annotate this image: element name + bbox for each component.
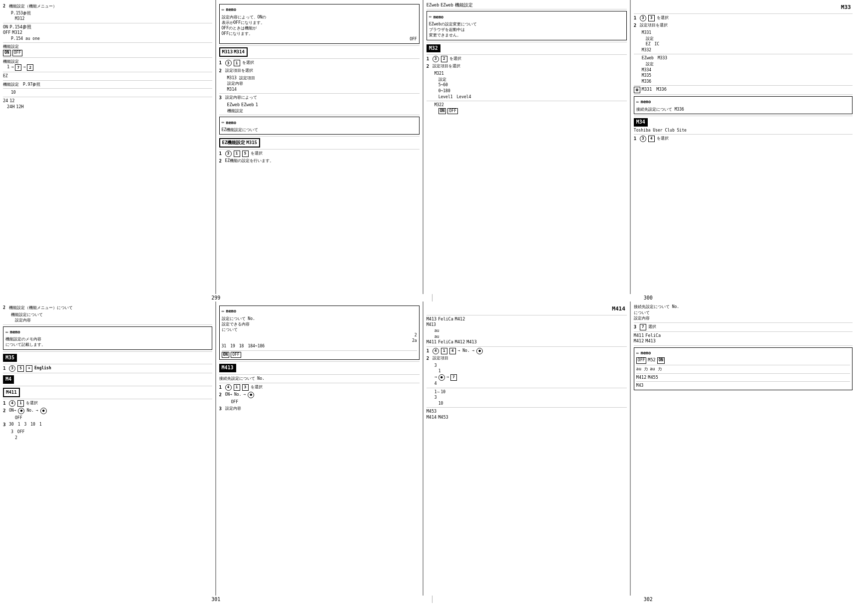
- bcr-m453: M453: [427, 409, 627, 414]
- bl-step2b-num: 2: [3, 408, 7, 414]
- br-step3-text: 選択: [648, 324, 656, 330]
- m332-ref: M332: [634, 47, 853, 53]
- au-row1: au: [427, 328, 627, 334]
- m32-title: M32: [427, 44, 440, 53]
- br-m412-2: M412: [636, 375, 646, 380]
- off-btn[interactable]: OFF: [12, 50, 22, 56]
- bcr-arr1: →: [434, 374, 437, 380]
- m413-line: M413: [427, 322, 627, 328]
- bl-circle4: 4: [9, 400, 15, 407]
- m331-sub: 設定: [634, 36, 853, 42]
- m334-ref: M334: [634, 67, 853, 73]
- memo-label-top: memo: [226, 6, 236, 12]
- br-on[interactable]: ON: [657, 357, 665, 364]
- bl-sub1: 機能設定について: [3, 312, 212, 318]
- bcr-m453-ref2: M453: [438, 415, 448, 420]
- cr-step2-num: 2: [427, 63, 431, 70]
- memo-cr-1: EZwebの設定変更について: [429, 21, 624, 27]
- m411-felica-row: M411 FeliCa M412 M413: [427, 339, 627, 345]
- m315-label: M315: [246, 140, 257, 146]
- m411-ref2: M411: [427, 339, 436, 345]
- memo-content-bcl: 設定について No. 設定できる内容 について 2 2a 31 19 18 18…: [222, 316, 417, 358]
- step2b-num: 2: [219, 158, 223, 164]
- bl-circle-end: ●: [40, 408, 47, 414]
- bcl-off[interactable]: OFF: [231, 352, 241, 358]
- bcl-on[interactable]: ON: [222, 352, 230, 358]
- br-line2: について: [634, 310, 853, 316]
- bcl-on-off: ON OFF: [222, 352, 417, 358]
- num1: 1: [7, 64, 9, 70]
- memo-line3: OFFのときは機能が: [222, 25, 417, 31]
- m321-sub: 設定: [427, 77, 627, 83]
- bcr-10: 10: [427, 401, 627, 407]
- memo-icon-cr: ✏: [429, 13, 432, 20]
- bot-right-panel: 接続先設定について No. について 設定内容 3 7 選択 M411 Feli…: [631, 302, 856, 596]
- m411-title: M411: [3, 388, 20, 397]
- m313-m314-title: M313 M314: [219, 47, 248, 57]
- memo-box-tr: ✏ memo 接続先設定について M336: [634, 96, 853, 114]
- br-off[interactable]: OFF: [636, 357, 646, 364]
- top-center-left-content: ✏ memo 設定内容によって、ONの 表示がOFFになります。 OFFのときは…: [219, 4, 420, 164]
- br-m412: M412: [634, 338, 644, 344]
- bcl-no: No.: [234, 392, 241, 398]
- memo-content-top: 設定内容によって、ONの 表示がOFFになります。 OFFのときは機能が OFF…: [222, 14, 417, 42]
- time-row: 24 12: [3, 98, 212, 104]
- kinouseッtei2: 機能設定: [3, 59, 212, 65]
- bcl-m4: 2: [222, 332, 417, 338]
- bcr-sq1: 1: [441, 348, 447, 354]
- bcr-c1: ●: [438, 374, 445, 381]
- m412-ref: M412: [455, 316, 465, 322]
- tr-step1b: 1 3 4 を選択: [634, 136, 853, 142]
- on-off-row-cr: ON OFF: [427, 108, 627, 115]
- bcr-m414-m453: M414 M453: [427, 415, 627, 420]
- on-btn-cr[interactable]: ON: [438, 108, 446, 115]
- p154-auone: P.154 au one: [3, 36, 212, 42]
- bcr-arr2: →: [446, 374, 449, 380]
- on-btn[interactable]: ON: [3, 50, 11, 56]
- bot-left-panel: 2 機能設定（機能メニュー）について 機能設定について 設定内容 ✏ memo …: [0, 302, 216, 596]
- bl-step1: 1 3 5 + English: [3, 365, 212, 372]
- m413-note: 接続先設定について No.: [219, 376, 420, 382]
- bcl-off2: OFF: [219, 399, 420, 405]
- page-num-row-bot: 301 302: [0, 596, 864, 603]
- bcl-step1: 1 4 1 3 を選択: [219, 384, 420, 391]
- section-number: 2: [3, 3, 7, 9]
- bcl-step1-text: を選択: [251, 384, 263, 390]
- off-btn-cr[interactable]: OFF: [447, 108, 457, 115]
- memo-content-br: OFF M52 ON au カ au カ M412 M455: [636, 357, 850, 388]
- sq2: 2: [27, 64, 33, 71]
- memo-icon-bl: ✏: [5, 328, 8, 336]
- memo-header-bl: ✏ memo: [5, 328, 210, 336]
- memo-cr-2: ブラウザを起動中は: [429, 27, 624, 32]
- cr-circle3: 3: [432, 56, 439, 62]
- bl-english: English: [34, 365, 51, 371]
- tr-step1b-text: を選択: [657, 136, 669, 142]
- section-2-header: 2 機能設定（機能メニュー）: [3, 3, 212, 9]
- bl-step3b-text: 30 1 3 10 1: [9, 422, 42, 428]
- page-num-302: 302: [432, 596, 864, 603]
- tr-step2-num: 2: [634, 22, 638, 29]
- memo-icon-top: ✏: [222, 6, 225, 13]
- m335-ref: M335: [634, 73, 853, 79]
- memo-line5: OFF: [222, 36, 417, 42]
- memo-box-cr: ✏ memo EZwebの設定変更について ブラウザを起動中は 変更できません。: [427, 11, 627, 40]
- circle3: 3: [225, 60, 232, 66]
- page-num-299: 299: [0, 294, 432, 302]
- note-text: M331 M336: [642, 87, 667, 92]
- page-num-row-top: 299 300: [0, 294, 864, 302]
- bcl-sq1: 1: [234, 384, 240, 391]
- m413-ref: M413: [427, 316, 436, 322]
- bcr-sub4: 3: [427, 395, 627, 401]
- m314-label: M314: [234, 49, 245, 55]
- sq1: 1: [234, 60, 240, 66]
- memo-box-bcl: ✏ memo 設定について No. 設定できる内容 について 2 2a 31 1…: [219, 306, 420, 360]
- memo-icon-tr: ✏: [636, 98, 639, 106]
- br-step3-num: 3: [634, 324, 638, 330]
- ezweb-m333: EZweb M333: [634, 55, 853, 61]
- memo-content-tr: 接続先設定について M336: [636, 107, 850, 112]
- bcr-sq7: 7: [450, 374, 457, 381]
- bl-s2-num: 2: [3, 305, 7, 311]
- tr-sq4b: 4: [648, 136, 655, 142]
- m331-m336-note: ※ M331 M336: [634, 87, 853, 93]
- bl-step1b-text: を選択: [26, 400, 38, 406]
